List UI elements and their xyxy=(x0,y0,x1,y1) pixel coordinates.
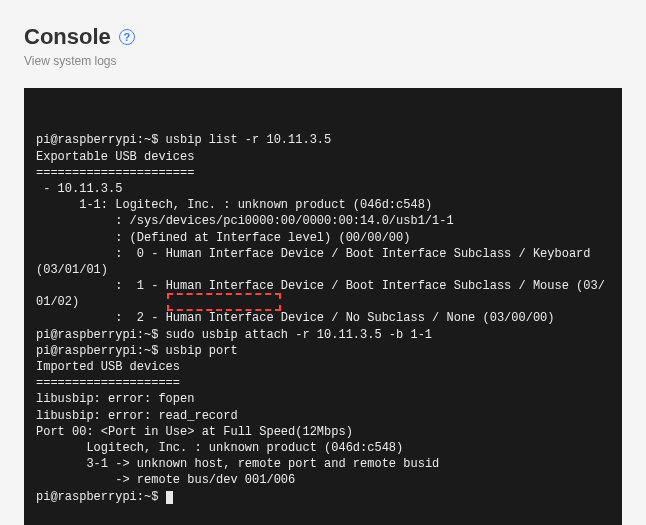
terminal-line: Exportable USB devices xyxy=(36,149,610,165)
page-title: Console xyxy=(24,24,111,50)
subtitle-link[interactable]: View system logs xyxy=(24,54,622,68)
terminal-line: pi@raspberrypi:~$ xyxy=(36,489,610,505)
terminal-line: -> remote bus/dev 001/006 xyxy=(36,472,610,488)
help-icon[interactable]: ? xyxy=(119,29,135,45)
terminal-line: Logitech, Inc. : unknown product (046d:c… xyxy=(36,440,610,456)
terminal-line: libusbip: error: read_record xyxy=(36,408,610,424)
terminal-line: ==================== xyxy=(36,375,610,391)
terminal-line: : 0 - Human Interface Device / Boot Inte… xyxy=(36,246,610,278)
terminal-line: libusbip: error: fopen xyxy=(36,391,610,407)
terminal-line: : 2 - Human Interface Device / No Subcla… xyxy=(36,310,610,326)
terminal-line: pi@raspberrypi:~$ usbip list -r 10.11.3.… xyxy=(36,132,610,148)
terminal-line: - 10.11.3.5 xyxy=(36,181,610,197)
terminal-line: pi@raspberrypi:~$ sudo usbip attach -r 1… xyxy=(36,327,610,343)
terminal-cursor xyxy=(166,491,173,504)
terminal-line: : /sys/devices/pci0000:00/0000:00:14.0/u… xyxy=(36,213,610,229)
terminal-line: : (Defined at Interface level) (00/00/00… xyxy=(36,230,610,246)
terminal-output[interactable]: pi@raspberrypi:~$ usbip list -r 10.11.3.… xyxy=(24,88,622,525)
terminal-line: Port 00: <Port in Use> at Full Speed(12M… xyxy=(36,424,610,440)
terminal-line: pi@raspberrypi:~$ usbip port xyxy=(36,343,610,359)
terminal-line: Imported USB devices xyxy=(36,359,610,375)
terminal-line: ====================== xyxy=(36,165,610,181)
terminal-line: : 1 - Human Interface Device / Boot Inte… xyxy=(36,278,610,310)
console-header: Console ? xyxy=(24,24,622,50)
terminal-line: 3-1 -> unknown host, remote port and rem… xyxy=(36,456,610,472)
terminal-line: 1-1: Logitech, Inc. : unknown product (0… xyxy=(36,197,610,213)
